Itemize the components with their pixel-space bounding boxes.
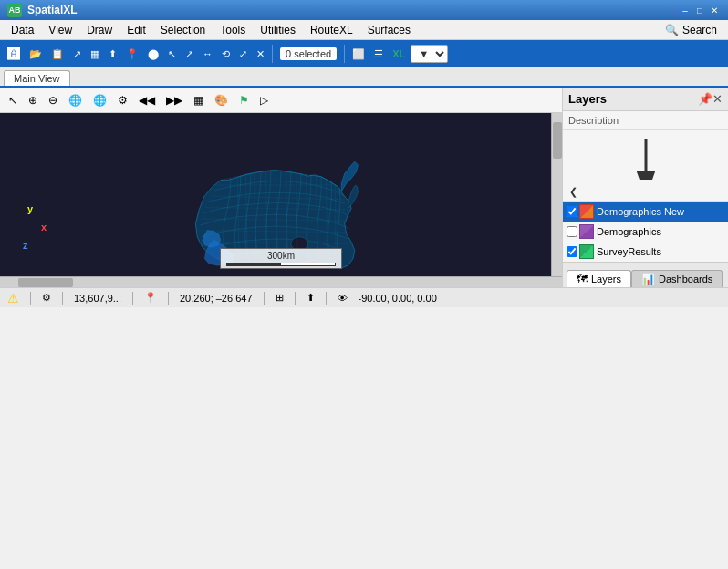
layer-item-demographics[interactable]: Demographics <box>563 222 728 242</box>
tb-circle[interactable]: ⬤ <box>144 43 162 65</box>
minimize-button[interactable]: – <box>679 4 692 16</box>
layer-item-demographics-new[interactable]: Demographics New <box>563 202 728 222</box>
map-tb-grid[interactable]: ▦ <box>189 90 208 110</box>
status-sep-5 <box>264 292 265 305</box>
axis-x-label: x <box>41 222 47 233</box>
scale-label: 300km <box>267 251 295 261</box>
window-controls: – □ ✕ <box>679 4 721 16</box>
map-tb-zoom-out[interactable]: ⊖ <box>44 90 62 110</box>
menu-utilities[interactable]: Utilities <box>253 22 303 38</box>
map-tb-prev[interactable]: ◀◀ <box>134 90 160 110</box>
maximize-button[interactable]: □ <box>693 4 706 16</box>
app-icon: AB <box>7 3 22 17</box>
tb-dropdown-select[interactable]: ▼ <box>411 45 448 63</box>
title-bar: AB SpatialXL – □ ✕ <box>0 0 728 20</box>
map-tb-play[interactable]: ▷ <box>255 90 273 110</box>
tb-select3[interactable]: ↔ <box>199 43 216 65</box>
status-sep-3 <box>132 292 133 305</box>
layer-label-survey-results: SurveyResults <box>597 246 661 257</box>
tb-pin[interactable]: 📍 <box>122 43 142 65</box>
layer-list: Demographics New Demographics SurveyResu… <box>563 202 728 262</box>
map-tb-flag[interactable]: ⚑ <box>234 90 254 110</box>
tb-arrow[interactable]: ↗ <box>69 43 85 65</box>
status-location-icon: 📍 <box>144 292 157 304</box>
tb-filter1[interactable]: ⬜ <box>348 43 369 65</box>
tb-layers2[interactable]: 📋 <box>47 43 68 65</box>
layers-tab-label: Layers <box>591 274 621 284</box>
status-upload: ⬆ <box>307 292 315 304</box>
tb-cursor[interactable]: ⬆ <box>105 43 120 65</box>
status-sep-7 <box>326 292 327 305</box>
status-sep-6 <box>295 292 296 305</box>
menu-surfaces[interactable]: Surfaces <box>360 22 418 38</box>
map-area[interactable]: ↖ ⊕ ⊖ 🌐 🌐 ⚙ ◀◀ ▶▶ ▦ 🎨 ⚑ ▷ <box>0 88 562 287</box>
map-tb-settings[interactable]: ⚙ <box>113 90 132 110</box>
tb-select4[interactable]: ⟲ <box>218 43 234 65</box>
status-settings[interactable]: ⚙ <box>42 292 51 304</box>
tb-filter2[interactable]: ☰ <box>370 43 387 65</box>
status-light: ⚠ <box>7 291 19 305</box>
close-button[interactable]: ✕ <box>708 4 721 16</box>
dashboards-tab-icon: 📊 <box>641 273 655 285</box>
layers-collapse-button[interactable]: ❮ <box>567 185 580 199</box>
bottom-tabs: 🗺 Layers 📊 Dashboards <box>563 262 728 287</box>
view-tabs: Main View <box>0 67 728 88</box>
status-sep-1 <box>30 292 31 305</box>
map-tb-next[interactable]: ▶▶ <box>161 90 187 110</box>
tab-dashboards[interactable]: 📊 Dashboards <box>631 270 723 287</box>
menu-edit[interactable]: Edit <box>120 22 153 38</box>
layer-checkbox-survey-results[interactable] <box>567 246 577 257</box>
coords-left-value: 13,607,9... <box>74 293 121 304</box>
layers-pin-button[interactable]: 📌 <box>698 92 712 106</box>
map-vscroll[interactable] <box>551 113 562 276</box>
layer-checkbox-demographics-new[interactable] <box>567 206 577 217</box>
tb-select5[interactable]: ⤢ <box>235 43 251 65</box>
tab-layers[interactable]: 🗺 Layers <box>567 270 631 287</box>
coords-right-value: -90.00, 0.00, 0.00 <box>359 293 437 304</box>
tb-clear[interactable]: ✕ <box>253 43 268 65</box>
layer-label-demographics-new: Demographics New <box>597 206 684 217</box>
status-filter: ⊞ <box>276 292 284 304</box>
menu-tools[interactable]: Tools <box>213 22 253 38</box>
map-hscroll[interactable] <box>0 276 562 287</box>
map-tb-color[interactable]: 🎨 <box>210 90 233 110</box>
menu-data[interactable]: Data <box>4 22 41 38</box>
tb-open[interactable]: 📂 <box>26 43 46 65</box>
tb-table[interactable]: ▦ <box>87 43 103 65</box>
tb-select2[interactable]: ↗ <box>182 43 197 65</box>
layers-title: Layers <box>568 92 698 106</box>
menu-draw[interactable]: Draw <box>79 22 120 38</box>
status-eye-icon: 👁 <box>338 293 348 304</box>
map-tb-zoom-in[interactable]: ⊕ <box>24 90 42 110</box>
menu-search[interactable]: 🔍 Search <box>658 22 724 38</box>
status-coords-mid: 20.260; –26.647 <box>180 293 253 304</box>
status-warning-icon: ⚠ <box>7 291 19 305</box>
menu-bar: Data View Draw Edit Selection Tools Util… <box>0 20 728 40</box>
menu-view[interactable]: View <box>41 22 79 38</box>
tb-icon-ab[interactable]: 🅰 <box>4 43 24 65</box>
map-tb-globe2[interactable]: 🌐 <box>88 90 111 110</box>
map-hscroll-thumb[interactable] <box>18 278 73 287</box>
layer-item-survey-results[interactable]: SurveyResults <box>563 242 728 262</box>
scale-line <box>226 263 336 266</box>
work-area: ↖ ⊕ ⊖ 🌐 🌐 ⚙ ◀◀ ▶▶ ▦ 🎨 ⚑ ▷ <box>0 88 728 287</box>
tb-select1[interactable]: ↖ <box>164 43 180 65</box>
map-tb-select[interactable]: ↖ <box>4 90 22 110</box>
status-location: 📍 <box>144 292 157 304</box>
tb-excel[interactable]: XL <box>389 43 409 65</box>
menu-routexl[interactable]: RouteXL <box>303 22 360 38</box>
status-coords-left: 13,607,9... <box>74 293 121 304</box>
main-toolbar: 🅰 📂 📋 ↗ ▦ ⬆ 📍 ⬤ ↖ ↗ ↔ ⟲ ⤢ ✕ 0 selected ⬜… <box>0 40 728 67</box>
menu-selection[interactable]: Selection <box>153 22 213 38</box>
map-vscroll-thumb[interactable] <box>553 122 562 159</box>
status-eye: 👁 <box>338 293 348 304</box>
status-bar: ⚠ ⚙ 13,607,9... 📍 20.260; –26.647 ⊞ ⬆ 👁 … <box>0 287 728 307</box>
layers-description-label: Description <box>568 115 619 126</box>
layers-close-button[interactable]: ✕ <box>712 92 723 106</box>
status-upload-icon: ⬆ <box>307 292 315 304</box>
search-label: Search <box>682 24 717 36</box>
layer-icon-demographics <box>579 224 594 239</box>
map-tb-globe1[interactable]: 🌐 <box>64 90 87 110</box>
layer-checkbox-demographics[interactable] <box>567 226 577 237</box>
tab-main-view[interactable]: Main View <box>4 70 70 86</box>
